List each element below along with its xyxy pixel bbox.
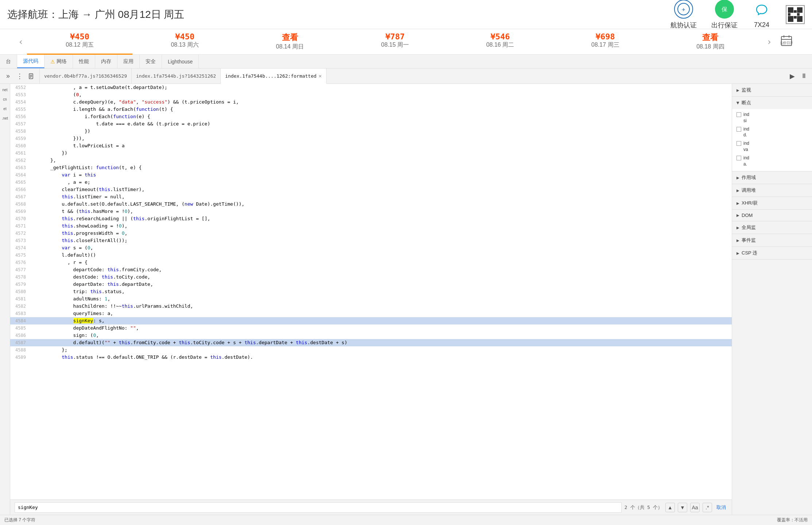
- rp-scope-header[interactable]: ▶ 作用域: [732, 171, 812, 184]
- date-item-2[interactable]: 查看 08.14 周日: [237, 29, 343, 55]
- date-item-6[interactable]: 查看 08.18 周四: [658, 29, 763, 55]
- file-tab-index[interactable]: index.1fa7544b.js?1643251262: [132, 69, 221, 83]
- search-bar: 2 个（共 5 个） ▲ ▼ Aa .* 取消: [10, 499, 732, 515]
- rp-section-global: ▶ 全局监: [732, 221, 812, 234]
- event-label: 事件监: [742, 237, 756, 244]
- search-input[interactable]: [15, 502, 622, 513]
- dates-container: ¥450 08.12 周五 ¥450 08.13 周六 查看 08.14 周日 …: [27, 29, 763, 55]
- nav-btn-net[interactable]: net: [1, 85, 9, 94]
- match-case-btn[interactable]: Aa: [690, 503, 700, 512]
- breakpoint-item-2: indva: [736, 139, 808, 154]
- tab-network[interactable]: ⚠ 网络: [45, 55, 73, 68]
- icon-item-service: 7X24: [752, 0, 771, 29]
- breakpoints-arrow: ▶: [736, 101, 740, 104]
- date-price-3: ¥787: [344, 32, 446, 41]
- tab-lighthouse[interactable]: Lighthouse: [162, 55, 199, 68]
- status-right: 覆盖率：不活用: [777, 517, 808, 523]
- tab-performance[interactable]: 性能: [73, 55, 95, 68]
- code-line-4581: 4581 adultNums: 1,: [10, 295, 732, 303]
- dt-file-tabs: vendor.0b4bf77a.js?1636346529 index.1fa7…: [40, 69, 787, 83]
- regex-btn[interactable]: .*: [703, 503, 712, 512]
- rp-section-watch-header[interactable]: ▶ 监视: [732, 84, 812, 96]
- code-line-4556: 4556 i.forEach(function(e) {: [10, 113, 732, 120]
- breakpoint-cb-0[interactable]: [736, 112, 741, 117]
- next-match-btn[interactable]: ▼: [678, 503, 687, 512]
- next-arrow[interactable]: ›: [763, 37, 776, 47]
- code-line-4560: 4560 t.lowPriceList = a: [10, 142, 732, 149]
- date-price-0: ¥450: [28, 32, 131, 41]
- calendar-icon-wrap[interactable]: 低价日历: [776, 35, 797, 49]
- date-text-3: 08.15 周一: [344, 41, 446, 49]
- icon-item-qr: [786, 5, 805, 24]
- scope-arrow: ▶: [736, 176, 739, 180]
- breakpoint-cb-3[interactable]: [736, 156, 741, 160]
- date-text-0: 08.12 周五: [28, 41, 131, 49]
- xhr-arrow: ▶: [736, 201, 739, 205]
- code-line-4567: 4567 this.listTimer = null,: [10, 193, 732, 201]
- tab-elements[interactable]: 台: [0, 55, 17, 68]
- file-tab-formatted[interactable]: index.1fa7544b....1262:formatted ✕: [221, 69, 326, 84]
- guarantee-icon: 保: [715, 0, 734, 19]
- rp-callstack-header[interactable]: ▶ 调用堆: [732, 184, 812, 197]
- code-scroll[interactable]: 4552 , a = t.setLowDate(t.departDate); 4…: [10, 84, 732, 499]
- nav-btn-cn[interactable]: cn: [1, 95, 9, 104]
- prev-arrow[interactable]: ‹: [15, 37, 27, 47]
- tab-application[interactable]: 应用: [117, 55, 140, 68]
- date-item-0[interactable]: ¥450 08.12 周五: [27, 29, 132, 55]
- dt-tab-right: ▶ ⏸: [787, 69, 812, 83]
- tab-memory[interactable]: 内存: [95, 55, 117, 68]
- rp-dom-header[interactable]: ▶ DOM: [732, 210, 812, 221]
- main-tabs: 台 源代码 ⚠ 网络 性能 内存 应用 安全 Lighthouse: [0, 55, 812, 69]
- date-item-5[interactable]: ¥698 08.17 周三: [553, 29, 658, 55]
- code-line-4583: 4583 queryTimes: a,: [10, 310, 732, 317]
- breakpoint-text-2: indva: [743, 140, 749, 153]
- nav-btn-net2[interactable]: .net: [1, 114, 9, 122]
- breakpoint-text-3: inda.: [743, 155, 749, 167]
- play-btn[interactable]: ▶: [787, 71, 797, 81]
- rp-csp-header[interactable]: ▶ CSP 违: [732, 247, 812, 259]
- rp-xhr-header[interactable]: ▶ XHR/获: [732, 197, 812, 209]
- date-price-1: ¥450: [134, 32, 236, 41]
- code-line-4562: 4562 },: [10, 157, 732, 164]
- more-tabs-btn[interactable]: »: [3, 71, 13, 81]
- code-line-4555: 4555 i.length && a.forEach(function(t) {: [10, 106, 732, 113]
- code-line-4588: 4588 };: [10, 346, 732, 354]
- qr-code-icon: [786, 5, 805, 24]
- rp-global-header[interactable]: ▶ 全局监: [732, 221, 812, 234]
- scope-label: 作用域: [742, 174, 756, 181]
- rp-event-header[interactable]: ▶ 事件监: [732, 234, 812, 246]
- date-price-5: ¥698: [554, 32, 656, 41]
- file-tab-vendor[interactable]: vendor.0b4bf77a.js?1636346529: [40, 69, 132, 83]
- breakpoint-cb-2[interactable]: [736, 141, 741, 146]
- callstack-label: 调用堆: [742, 187, 756, 194]
- code-line-4570: 4570 this.reSearchLoading || (this.origi…: [10, 215, 732, 222]
- rp-section-breakpoints-header[interactable]: ▶ 断点: [732, 97, 812, 109]
- tab-sources[interactable]: 源代码: [17, 55, 45, 68]
- code-panel: 4552 , a = t.setLowDate(t.departDate); 4…: [10, 84, 732, 515]
- code-line-4577: 4577 departCode: this.fromCity.code,: [10, 266, 732, 273]
- code-line-4578: 4578 destCode: this.toCity.code,: [10, 273, 732, 281]
- status-bar: 已选择 7 个字符 覆盖率：不活用: [0, 515, 812, 525]
- code-line-4566: 4566 clearTimeout(this.listTimer),: [10, 186, 732, 193]
- devtools: 台 源代码 ⚠ 网络 性能 内存 应用 安全 Lighthouse » ⋮ ve…: [0, 55, 812, 525]
- watch-arrow: ▶: [736, 88, 739, 92]
- file-icon-btn[interactable]: [26, 71, 36, 81]
- date-item-1[interactable]: ¥450 08.13 周六: [132, 29, 237, 55]
- svg-text:保: 保: [722, 6, 727, 12]
- kebab-menu-btn[interactable]: ⋮: [15, 71, 25, 81]
- cancel-search-btn[interactable]: 取消: [715, 504, 727, 511]
- date-price-6: 查看: [659, 32, 761, 43]
- breakpoint-item-0: indsi: [736, 110, 808, 125]
- xhr-label: XHR/获: [742, 200, 758, 206]
- pause-btn[interactable]: ⏸: [799, 71, 809, 81]
- date-item-3[interactable]: ¥787 08.15 周一: [343, 29, 448, 55]
- nav-btn-et[interactable]: et: [1, 104, 9, 113]
- code-area: net cn et .net 4552 , a = t.setLowDate(t…: [0, 84, 812, 515]
- file-tab-close[interactable]: ✕: [319, 73, 322, 79]
- prev-match-btn[interactable]: ▲: [665, 503, 675, 512]
- date-text-6: 08.18 周四: [659, 43, 761, 51]
- date-price-2: 查看: [239, 32, 341, 43]
- tab-security[interactable]: 安全: [140, 55, 162, 68]
- breakpoint-cb-1[interactable]: [736, 127, 741, 132]
- date-item-4[interactable]: ¥546 08.16 周二: [448, 29, 553, 55]
